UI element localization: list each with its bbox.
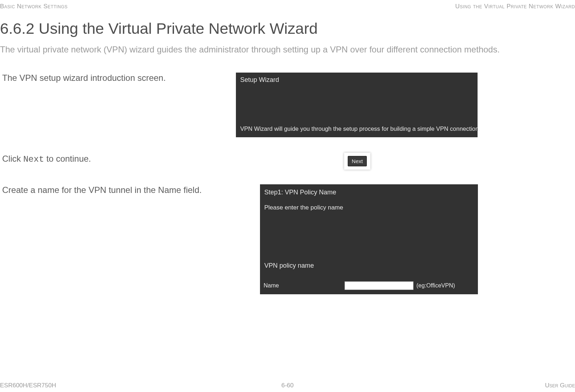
intro-paragraph: The virtual private network (VPN) wizard… — [0, 44, 568, 55]
wizard-intro-description: VPN Wizard will guide you through the se… — [240, 125, 480, 132]
wizard-step1-subtitle: Please enter the policy name — [260, 198, 478, 217]
step-2-code: Next — [23, 155, 44, 164]
wizard-intro-screenshot: Setup Wizard VPN Wizard will guide you t… — [236, 73, 478, 137]
wizard-step1-title: Step1: VPN Policy Name — [260, 184, 478, 198]
wizard-intro-title: Setup Wizard — [236, 73, 478, 87]
footer-guide-label: User Guide — [545, 382, 575, 389]
vpn-name-row: Name (eg:OfficeVPN) — [260, 281, 478, 290]
vpn-name-example: (eg:OfficeVPN) — [416, 282, 455, 289]
header-right: Using the Virtual Private Network Wizard — [455, 3, 575, 10]
step-1-text: The VPN setup wizard introduction screen… — [2, 73, 166, 83]
step-2-text: Click Next to continue. — [2, 154, 91, 164]
section-title: 6.6.2 Using the Virtual Private Network … — [0, 20, 318, 37]
footer-page-number: 6-60 — [281, 382, 293, 389]
vpn-policy-name-heading: VPN policy name — [264, 262, 314, 269]
next-button[interactable]: Next — [348, 156, 367, 166]
vpn-name-label: Name — [264, 282, 344, 289]
vpn-name-input[interactable] — [344, 281, 414, 290]
wizard-step1-screenshot: Step1: VPN Policy Name Please enter the … — [260, 184, 478, 294]
header-left: Basic Network Settings — [0, 3, 68, 10]
step-2-post: to continue. — [44, 154, 91, 163]
step-2-pre: Click — [2, 154, 23, 163]
step-3-text: Create a name for the VPN tunnel in the … — [2, 185, 202, 195]
next-button-screenshot: Next — [344, 153, 370, 170]
footer-model: ESR600H/ESR750H — [0, 382, 56, 389]
